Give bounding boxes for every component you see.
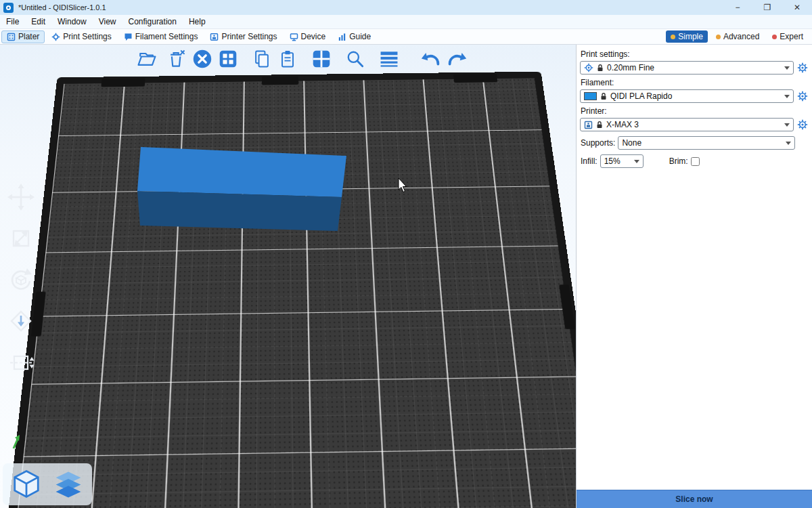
mode-expert[interactable]: Expert: [767, 30, 808, 43]
chevron-down-icon: [784, 95, 790, 101]
tab-label: Plater: [18, 32, 39, 41]
print-settings-combo[interactable]: 0.20mm Fine: [580, 61, 794, 75]
scale-icon[interactable]: [5, 223, 37, 254]
printer-settings-icon: [210, 33, 219, 41]
redo-icon[interactable]: [444, 46, 470, 72]
lock-icon: [596, 121, 603, 129]
brim-checkbox[interactable]: [691, 157, 700, 166]
mode-simple[interactable]: Simple: [666, 30, 708, 43]
mode-advanced-dot: [716, 35, 721, 39]
menu-edit[interactable]: Edit: [25, 15, 51, 28]
plater-icon: [7, 33, 16, 41]
lock-icon: [600, 92, 607, 100]
filament-gear-button[interactable]: [796, 91, 808, 102]
tab-label: Device: [301, 32, 326, 41]
print-settings-icon: [51, 33, 60, 41]
infill-combo[interactable]: 15%: [600, 154, 644, 168]
layers-icon[interactable]: [376, 46, 402, 72]
title-bar: *Untitled - QIDISlicer-1.0.1 − ❐ ✕: [0, 0, 812, 15]
tab-plater[interactable]: Plater: [1, 30, 45, 43]
filament-value: QIDI PLA Rapido: [610, 91, 672, 101]
mode-selector: Simple Advanced Expert: [666, 30, 808, 43]
tab-printer-settings[interactable]: Printer Settings: [204, 30, 282, 43]
close-button[interactable]: ✕: [782, 0, 812, 15]
view-toggle-bar: [3, 463, 92, 505]
split-icon[interactable]: [309, 46, 334, 72]
menu-file[interactable]: File: [0, 15, 25, 28]
scene-overlay: [0, 45, 576, 508]
cut-icon[interactable]: [5, 347, 37, 378]
mode-simple-dot: [671, 35, 675, 39]
supports-value: None: [622, 138, 641, 148]
brim-label: Brim:: [669, 156, 688, 166]
model-box-front[interactable]: [137, 191, 342, 231]
app-logo-icon: [3, 3, 14, 13]
window-title: *Untitled - QIDISlicer-1.0.1: [18, 3, 106, 12]
arrange-icon[interactable]: [215, 46, 241, 72]
supports-combo[interactable]: None: [618, 136, 795, 150]
tab-filament-settings[interactable]: Filament Settings: [118, 30, 204, 43]
guide-icon: [338, 33, 346, 41]
delete-icon[interactable]: [164, 46, 189, 72]
undo-icon[interactable]: [418, 46, 444, 72]
device-icon: [290, 33, 298, 41]
tab-guide[interactable]: Guide: [332, 30, 376, 43]
tab-label: Guide: [349, 32, 371, 41]
paste-icon[interactable]: [275, 46, 300, 72]
printer-icon: [584, 121, 593, 129]
tab-bar: Plater Print Settings Filament Settings …: [0, 29, 812, 45]
menu-view[interactable]: View: [93, 15, 122, 28]
minimize-button[interactable]: −: [723, 0, 752, 15]
print-settings-label: Print settings:: [581, 49, 808, 59]
search-icon[interactable]: [342, 46, 368, 72]
settings-sidebar: Print settings: 0.20mm Fine: [576, 45, 812, 508]
tab-device[interactable]: Device: [284, 30, 332, 43]
editor-3d-icon[interactable]: [8, 466, 45, 503]
tab-label: Filament Settings: [135, 32, 198, 41]
tab-label: Print Settings: [63, 32, 111, 41]
menu-bar: File Edit Window View Configuration Help: [0, 15, 812, 29]
printer-combo[interactable]: X-MAX 3: [580, 118, 794, 131]
viewport-3d[interactable]: [0, 45, 576, 508]
printer-gear-button[interactable]: [796, 119, 808, 131]
filament-combo[interactable]: QIDI PLA Rapido: [580, 89, 794, 103]
lock-icon: [597, 64, 604, 72]
filament-settings-icon: [124, 33, 133, 41]
printer-value: X-MAX 3: [606, 120, 639, 129]
place-on-face-icon[interactable]: [5, 305, 37, 337]
chevron-down-icon: [784, 123, 790, 129]
gizmo-toolbar: [5, 182, 37, 378]
model-box-top[interactable]: [137, 147, 346, 197]
infill-label: Infill:: [581, 156, 597, 166]
print-settings-gear-button[interactable]: [796, 62, 808, 74]
menu-help[interactable]: Help: [183, 15, 212, 28]
mode-advanced[interactable]: Advanced: [711, 30, 764, 43]
preset-gear-icon: [584, 63, 593, 72]
copy-icon[interactable]: [249, 46, 275, 72]
preview-layers-icon[interactable]: [50, 466, 87, 503]
chevron-down-icon: [786, 142, 791, 148]
menu-configuration[interactable]: Configuration: [122, 15, 183, 28]
infill-value: 15%: [604, 156, 621, 166]
chevron-down-icon: [784, 66, 790, 72]
printer-label: Printer:: [581, 106, 808, 116]
move-icon[interactable]: [5, 182, 37, 213]
maximize-button[interactable]: ❐: [752, 0, 782, 15]
main-toolbar: [134, 46, 470, 72]
chevron-down-icon: [634, 160, 639, 166]
print-settings-value: 0.20mm Fine: [607, 63, 654, 72]
mode-expert-dot: [772, 35, 777, 39]
supports-label: Supports:: [581, 138, 615, 148]
filament-label: Filament:: [581, 78, 808, 87]
mouse-cursor-icon: [399, 178, 407, 192]
filament-color-swatch: [584, 92, 597, 100]
tab-label: Printer Settings: [221, 32, 277, 41]
delete-all-icon[interactable]: [189, 46, 215, 72]
menu-window[interactable]: Window: [51, 15, 93, 28]
open-folder-icon[interactable]: [134, 46, 160, 72]
slice-now-button[interactable]: Slice now: [577, 490, 812, 508]
tab-print-settings[interactable]: Print Settings: [46, 30, 116, 43]
rotate-icon[interactable]: [5, 264, 37, 295]
